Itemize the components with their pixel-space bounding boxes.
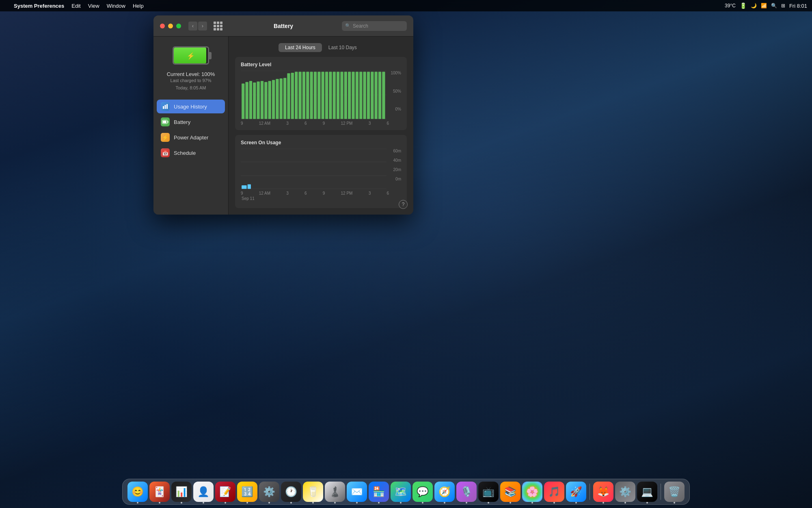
dock-item-firefox[interactable]: 🦊 xyxy=(593,482,613,502)
forward-button[interactable]: › xyxy=(198,22,207,30)
dock-item-launchpad[interactable]: 🚀 xyxy=(566,482,586,502)
trash-icon: 🗑️ xyxy=(668,486,680,497)
x-label-6b: 6 xyxy=(387,121,389,126)
x-label-9b: 9 xyxy=(323,121,325,126)
menubar-window[interactable]: Window xyxy=(107,3,125,9)
menubar-time: Fri 8:01 xyxy=(789,3,807,9)
menubar-search-icon[interactable]: 🔍 xyxy=(771,3,777,9)
svg-rect-10 xyxy=(245,82,248,119)
last-24-hours-button[interactable]: Last 24 Hours xyxy=(279,43,322,52)
svg-rect-45 xyxy=(378,72,381,119)
appletv-icon: 📺 xyxy=(482,486,495,497)
menubar-view[interactable]: View xyxy=(88,3,99,9)
dock-item-finder[interactable]: 😊 xyxy=(127,482,148,502)
contacts-icon: 👤 xyxy=(197,486,209,497)
svg-rect-24 xyxy=(298,72,301,119)
dock-item-messages[interactable]: 💬 xyxy=(412,482,433,502)
battery-x-labels: 9 12 AM 3 6 9 12 PM 3 6 xyxy=(241,119,401,126)
sidebar-item-battery[interactable]: Battery xyxy=(157,115,225,129)
current-level-text: Current Level: 100% xyxy=(157,71,225,77)
sidebar: ⚡ Current Level: 100% Last charged to 97… xyxy=(153,37,229,215)
titlebar: ‹ › Battery 🔍 Search xyxy=(153,15,413,37)
search-bar[interactable]: 🔍 Search xyxy=(342,21,407,31)
firefox-icon: 🦊 xyxy=(597,486,609,497)
close-button[interactable] xyxy=(160,24,165,28)
dock-item-photos[interactable]: 🌸 xyxy=(522,482,542,502)
nav-arrows: ‹ › xyxy=(188,22,207,30)
dock-item-appletv[interactable]: 📺 xyxy=(478,482,499,502)
y-label-100: 100% xyxy=(389,71,401,75)
sidebar-item-power-adapter[interactable]: ⚡ Power Adapter xyxy=(157,130,225,144)
y-label-50: 50% xyxy=(389,89,401,93)
battery-level-chart: Battery Level xyxy=(235,57,407,130)
usage-history-label: Usage History xyxy=(174,104,207,110)
menubar-help[interactable]: Help xyxy=(133,3,144,9)
sidebar-item-usage-history[interactable]: Usage History xyxy=(157,100,225,113)
svg-rect-38 xyxy=(352,72,354,119)
photos-icon: 🌸 xyxy=(526,486,538,497)
date-label: Sep 11 xyxy=(241,195,401,201)
dock-item-appstore[interactable]: 🏪 xyxy=(369,482,389,502)
svg-rect-37 xyxy=(348,72,351,119)
usage-x-12pm: 12 PM xyxy=(341,191,353,195)
x-label-12am: 12 AM xyxy=(259,121,270,126)
chess-icon: ♟️ xyxy=(329,486,341,497)
dock-item-editor[interactable]: 📝 xyxy=(215,482,235,502)
dock-item-barchart[interactable]: 📊 xyxy=(171,482,192,502)
y-label-0m: 0m xyxy=(388,177,401,181)
svg-rect-16 xyxy=(268,81,271,119)
minimize-button[interactable] xyxy=(168,24,173,28)
dock-item-maps[interactable]: 🗺️ xyxy=(391,482,411,502)
dock-item-terminal[interactable]: 💻 xyxy=(637,482,657,502)
dock-item-prefs[interactable]: ⚙️ xyxy=(259,482,279,502)
svg-rect-32 xyxy=(329,72,332,119)
svg-rect-31 xyxy=(325,72,328,119)
dock-item-numpad[interactable]: 🔢 xyxy=(237,482,257,502)
svg-rect-23 xyxy=(295,72,298,119)
window-body: ⚡ Current Level: 100% Last charged to 97… xyxy=(153,37,413,215)
dock-item-podcasts[interactable]: 🎙️ xyxy=(456,482,477,502)
svg-rect-20 xyxy=(283,78,286,119)
time-range-selector: Last 24 Hours Last 10 Days xyxy=(235,43,407,52)
power-adapter-icon: ⚡ xyxy=(161,133,170,142)
grid-view-button[interactable] xyxy=(214,22,222,30)
dock-item-klondike[interactable]: 🃏 xyxy=(149,482,170,502)
svg-rect-9 xyxy=(242,84,244,119)
menubar-control-center[interactable]: ⊞ xyxy=(781,3,785,9)
usage-x-9b: 9 xyxy=(323,191,325,195)
svg-rect-12 xyxy=(253,82,256,119)
dock-item-milkshake[interactable]: 🥛 xyxy=(303,482,323,502)
usage-x-9: 9 xyxy=(241,191,243,195)
dock-item-books[interactable]: 📚 xyxy=(500,482,520,502)
dock-item-sysprefs[interactable]: ⚙️ xyxy=(615,482,635,502)
window-title: Battery xyxy=(229,23,338,29)
y-label-0: 0% xyxy=(389,107,401,111)
menubar-edit[interactable]: Edit xyxy=(71,3,80,9)
help-button[interactable]: ? xyxy=(399,200,408,209)
search-placeholder: Search xyxy=(353,23,368,29)
traffic-lights xyxy=(160,24,181,28)
dock-item-chess[interactable]: ♟️ xyxy=(325,482,345,502)
battery-chart-area: ⚡ 100% 50% 0% xyxy=(241,71,401,119)
screen-usage-title: Screen On Usage xyxy=(241,140,401,145)
sidebar-item-schedule[interactable]: 📅 Schedule xyxy=(157,146,225,160)
temperature-display: 39°C xyxy=(725,3,736,9)
messages-icon: 💬 xyxy=(417,486,429,497)
editor-icon: 📝 xyxy=(219,486,231,497)
back-button[interactable]: ‹ xyxy=(188,22,197,30)
dock-item-trash[interactable]: 🗑️ xyxy=(664,482,685,502)
y-label-40m: 40m xyxy=(388,158,401,163)
maximize-button[interactable] xyxy=(176,24,181,28)
dock-item-music[interactable]: 🎵 xyxy=(544,482,564,502)
power-adapter-label: Power Adapter xyxy=(174,135,208,141)
dock-item-contacts[interactable]: 👤 xyxy=(193,482,214,502)
menubar-app-name[interactable]: System Preferences xyxy=(14,3,64,9)
dock-item-safari[interactable]: 🧭 xyxy=(434,482,455,502)
dock-item-mail[interactable]: ✉️ xyxy=(347,482,367,502)
last-10-days-button[interactable]: Last 10 Days xyxy=(322,43,363,52)
svg-rect-17 xyxy=(272,80,275,119)
svg-rect-18 xyxy=(276,79,279,119)
dock-item-clock[interactable]: 🕐 xyxy=(281,482,301,502)
svg-rect-35 xyxy=(340,72,343,119)
svg-rect-29 xyxy=(317,72,320,119)
